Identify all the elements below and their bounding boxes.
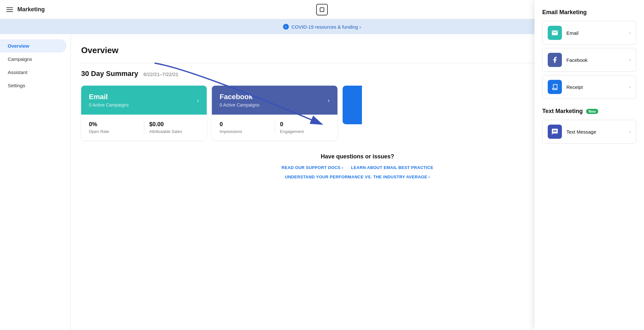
email-card-header[interactable]: Email 0 Active Campaigns › (81, 86, 207, 115)
email-attributable-sales: $0.00 Attributable Sales (144, 121, 199, 134)
info-icon: i (283, 24, 289, 30)
create-campaign-dropdown: Email Marketing Email › Facebook › (535, 0, 644, 330)
facebook-card-header[interactable]: Facebook 0 Active Campaigns › (212, 86, 337, 115)
dropdown-facebook-left: Facebook (548, 53, 588, 67)
banner-content[interactable]: i COVID-19 resources & funding › (283, 24, 361, 30)
app-title: Marketing (17, 6, 45, 13)
email-campaign-card: Email 0 Active Campaigns › 0% Open Rate … (81, 86, 207, 140)
text-item-icon (548, 125, 562, 139)
sidebar-item-overview[interactable]: Overview (0, 39, 67, 52)
facebook-card-chevron: › (327, 97, 330, 104)
email-best-practice-link[interactable]: LEARN ABOUT EMAIL BEST PRACTICE (351, 165, 433, 170)
facebook-impressions: 0 Impressions (220, 121, 275, 134)
nav-center (316, 4, 328, 15)
email-card-subtitle: 0 Active Campaigns (89, 102, 129, 108)
dropdown-email-left: Email (548, 26, 579, 40)
main-layout: Overview Campaigns Assistant Settings Ov… (0, 34, 644, 330)
facebook-item-label: Facebook (566, 57, 588, 63)
email-card-chevron: › (197, 97, 199, 104)
email-card-title: Email (89, 93, 129, 101)
facebook-card-header-text: Facebook 0 Active Campaigns (220, 93, 260, 108)
text-marketing-section: Text Marketing New Text Message › (542, 108, 636, 144)
sidebar: Overview Campaigns Assistant Settings (0, 34, 71, 330)
square-logo (316, 4, 328, 15)
email-item-chevron: › (629, 30, 631, 36)
text-marketing-header: Text Marketing New (542, 108, 636, 115)
banner-text[interactable]: COVID-19 resources & funding › (291, 24, 361, 30)
text-item-chevron: › (629, 129, 631, 135)
receipt-item-label: Receipt (566, 84, 583, 90)
summary-title: 30 Day Summary 6/22/21–7/22/21 (81, 70, 178, 78)
partial-card (343, 86, 362, 124)
facebook-card-body: 0 Impressions 0 Engagement (212, 115, 337, 140)
facebook-campaign-card: Facebook 0 Active Campaigns › 0 Impressi… (212, 86, 337, 140)
text-marketing-title: Text Marketing (542, 108, 583, 115)
dropdown-text-message-item[interactable]: Text Message › (542, 120, 636, 144)
dropdown-text-left: Text Message (548, 125, 596, 139)
dropdown-receipt-item[interactable]: Receipt › (542, 75, 636, 99)
text-item-label: Text Message (566, 129, 596, 135)
sidebar-item-settings[interactable]: Settings (0, 79, 71, 92)
facebook-item-chevron: › (629, 57, 631, 63)
industry-average-link[interactable]: UNDERSTAND YOUR PERFORMANCE VS. THE INDU… (285, 174, 430, 179)
dropdown-email-item[interactable]: Email › (542, 21, 636, 45)
dropdown-facebook-item[interactable]: Facebook › (542, 48, 636, 72)
email-card-header-text: Email 0 Active Campaigns (89, 93, 129, 108)
receipt-item-icon (548, 80, 562, 94)
receipt-item-chevron: › (629, 84, 631, 90)
logo-inner (320, 7, 324, 12)
facebook-item-icon (548, 53, 562, 67)
email-item-icon (548, 26, 562, 40)
new-badge: New (586, 109, 599, 114)
email-open-rate: 0% Open Rate (89, 121, 144, 134)
facebook-card-title: Facebook (220, 93, 260, 101)
sidebar-item-assistant[interactable]: Assistant (0, 66, 71, 79)
nav-left: Marketing (6, 6, 45, 13)
summary-date: 6/22/21–7/22/21 (143, 71, 178, 77)
email-item-label: Email (566, 30, 579, 36)
dropdown-receipt-left: Receipt (548, 80, 583, 94)
facebook-engagement: 0 Engagement (275, 121, 330, 134)
email-marketing-title: Email Marketing (542, 9, 636, 16)
page-title: Overview (81, 45, 118, 55)
facebook-card-subtitle: 0 Active Campaigns (220, 102, 260, 108)
sidebar-item-campaigns[interactable]: Campaigns (0, 52, 71, 66)
support-docs-link[interactable]: READ OUR SUPPORT DOCS › (281, 165, 343, 170)
email-card-body: 0% Open Rate $0.00 Attributable Sales (81, 115, 207, 140)
hamburger-menu[interactable] (6, 7, 13, 12)
